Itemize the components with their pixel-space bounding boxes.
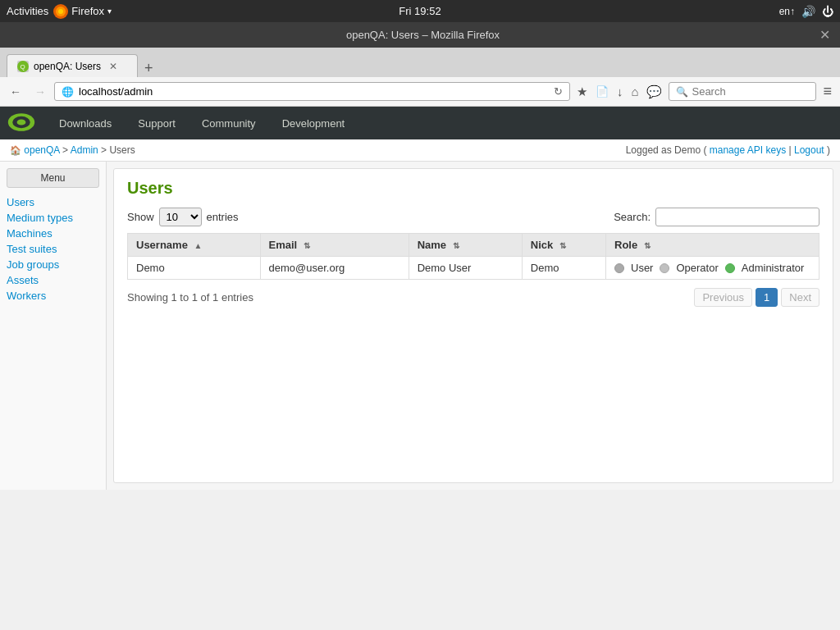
sidebar-item-assets[interactable]: Assets [7, 272, 99, 288]
show-entries-control: Show 10 25 50 100 entries [127, 208, 239, 226]
nav-item-downloads[interactable]: Downloads [46, 107, 125, 139]
logout-link[interactable]: Logout [794, 144, 824, 156]
users-heading: Users [127, 179, 819, 198]
name-sort-icon: ⇅ [453, 241, 459, 250]
browser-search-input[interactable] [692, 85, 829, 98]
volume-icon[interactable]: 🔊 [801, 5, 815, 18]
browser-tab-openqa[interactable]: Q openQA: Users ✕ [7, 54, 138, 77]
admin-role-label: Administrator [742, 262, 805, 274]
user-role-dot [614, 263, 624, 273]
breadcrumb-bar: 🏠 openQA > Admin > Users Logged as Demo … [0, 139, 840, 162]
logged-in-info: Logged as Demo ( manage API keys | Logou… [626, 144, 830, 156]
next-page-button[interactable]: Next [781, 288, 819, 307]
table-search-input[interactable] [655, 208, 819, 226]
cell-name: Demo User [409, 257, 522, 280]
home-icon: 🏠 [10, 145, 21, 155]
address-bar[interactable]: 🌐 ↻ [54, 82, 570, 101]
tab-label: openQA: Users [34, 61, 101, 72]
operator-role-dot [660, 263, 669, 273]
reader-mode-button[interactable]: 📄 [592, 83, 612, 101]
main-content: Users Show 10 25 50 100 entries Search: [113, 168, 833, 483]
browser-search-bar[interactable]: 🔍 [669, 82, 816, 101]
email-sort-icon: ⇅ [304, 241, 310, 250]
operator-role-label: Operator [676, 262, 718, 274]
user-role-label: User [631, 262, 653, 274]
power-icon[interactable]: ⏻ [822, 5, 833, 18]
chat-button[interactable]: 💬 [643, 83, 665, 101]
language-selector[interactable]: en↑ [779, 6, 795, 17]
nav-item-development[interactable]: Development [269, 107, 358, 139]
downloads-button[interactable]: ↓ [614, 83, 627, 101]
col-email[interactable]: Email ⇅ [260, 234, 409, 257]
col-nick[interactable]: Nick ⇅ [522, 234, 605, 257]
browser-menu-button[interactable]: ≡ [819, 81, 835, 102]
browser-title: openQA: Users – Mozilla Firefox [26, 29, 819, 41]
previous-page-button[interactable]: Previous [694, 288, 752, 307]
tab-bar: Q openQA: Users ✕ + [0, 48, 840, 77]
sidebar-item-test-suites[interactable]: Test suites [7, 241, 99, 257]
col-name[interactable]: Name ⇅ [409, 234, 522, 257]
table-footer: Showing 1 to 1 of 1 entries Previous 1 N… [127, 288, 819, 307]
nav-item-support[interactable]: Support [125, 107, 189, 139]
entries-select[interactable]: 10 25 50 100 [159, 208, 202, 226]
users-table: Username ▲ Email ⇅ Name ⇅ Nick ⇅ [127, 233, 819, 280]
activities-label[interactable]: Activities [7, 5, 48, 17]
username-sort-icon: ▲ [194, 241, 203, 250]
breadcrumb: 🏠 openQA > Admin > Users [10, 144, 135, 156]
sidebar-item-medium-types[interactable]: Medium types [7, 210, 99, 226]
page-layout: Menu Users Medium types Machines Test su… [0, 162, 840, 490]
entries-label: entries [207, 211, 239, 223]
breadcrumb-home-link[interactable]: openQA [24, 144, 59, 156]
cell-nick: Demo [522, 257, 605, 280]
table-header-row: Username ▲ Email ⇅ Name ⇅ Nick ⇅ [128, 234, 819, 257]
svg-point-7 [17, 119, 26, 125]
sidebar-item-users[interactable]: Users [7, 194, 99, 210]
forward-button[interactable]: → [30, 83, 51, 101]
nav-item-community[interactable]: Community [189, 107, 269, 139]
sidebar-item-machines[interactable]: Machines [7, 226, 99, 241]
bookmark-button[interactable]: ★ [573, 83, 591, 101]
opensuse-nav-items: Downloads Support Community Development [46, 107, 358, 139]
opensuse-logo[interactable] [7, 112, 36, 135]
col-username[interactable]: Username ▲ [128, 234, 261, 257]
cell-role: User Operator Administrator [606, 257, 819, 280]
page-1-button[interactable]: 1 [756, 288, 778, 307]
back-button[interactable]: ← [5, 83, 26, 101]
tab-close-button[interactable]: ✕ [109, 61, 117, 72]
admin-role-dot [725, 263, 735, 273]
nav-bar: ← → 🌐 ↻ ★ 📄 ↓ ⌂ 💬 🔍 ≡ [0, 77, 840, 107]
search-label: Search: [614, 208, 819, 226]
showing-entries-text: Showing 1 to 1 of 1 entries [127, 291, 253, 304]
logged-in-text: Logged as Demo ( [626, 144, 707, 156]
table-row: Demo demo@user.org Demo User Demo User O… [128, 257, 819, 280]
firefox-logo-icon[interactable]: Firefox ▾ [53, 4, 112, 19]
sidebar-item-workers[interactable]: Workers [7, 288, 99, 304]
show-label: Show [127, 211, 154, 223]
cell-username: Demo [128, 257, 261, 280]
new-tab-button[interactable]: + [138, 60, 160, 77]
role-sort-icon: ⇅ [644, 241, 651, 250]
search-icon: 🔍 [676, 86, 688, 98]
tab-favicon: Q [17, 61, 29, 72]
sidebar-item-job-groups[interactable]: Job groups [7, 257, 99, 272]
address-input[interactable] [79, 85, 549, 98]
home-button[interactable]: ⌂ [628, 83, 641, 101]
sidebar-menu-title: Menu [7, 168, 99, 188]
nick-sort-icon: ⇅ [559, 241, 566, 250]
breadcrumb-admin-link[interactable]: Admin [71, 144, 98, 156]
sidebar: Menu Users Medium types Machines Test su… [0, 162, 107, 490]
opensuse-nav: Downloads Support Community Development [0, 107, 840, 139]
globe-icon: 🌐 [62, 86, 74, 98]
col-role[interactable]: Role ⇅ [606, 234, 819, 257]
refresh-button[interactable]: ↻ [554, 85, 563, 98]
cell-email: demo@user.org [260, 257, 409, 280]
browser-close-button[interactable]: ✕ [819, 27, 830, 43]
table-controls: Show 10 25 50 100 entries Search: [127, 208, 819, 226]
breadcrumb-current: Users [109, 144, 135, 156]
svg-text:Q: Q [21, 63, 25, 71]
os-clock: Fri 19:52 [399, 5, 441, 17]
os-top-bar: Activities Firefox ▾ Fri 19:52 en↑ 🔊 ⏻ [0, 0, 840, 22]
manage-api-keys-link[interactable]: manage API keys [710, 144, 786, 156]
pagination: Previous 1 Next [694, 288, 819, 307]
svg-point-2 [58, 9, 63, 14]
